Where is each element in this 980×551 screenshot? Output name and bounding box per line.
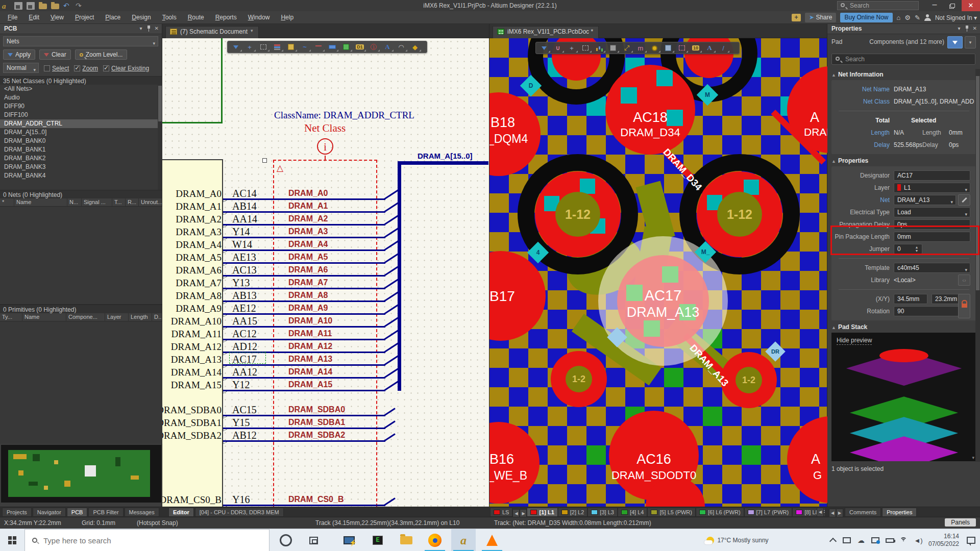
select-checkbox[interactable]: Select	[44, 64, 69, 72]
menu-route[interactable]: Route	[183, 13, 209, 21]
net-class-item[interactable]: Audio	[0, 93, 162, 102]
propagation-delay-input[interactable]: 0ps	[894, 219, 970, 230]
layer-tab-l4[interactable]: [4] L4	[618, 508, 648, 517]
editor-doc-label[interactable]: [04] - CPU - DDR3, DDR3 MEM	[195, 508, 284, 517]
tray-tablet-icon[interactable]	[840, 529, 853, 551]
classname-text[interactable]: ClassName: DRAM_ADDR_CTRL	[274, 110, 414, 121]
scope-dropdown-button[interactable]: ▾	[965, 36, 976, 48]
sign-in-status[interactable]: Not Signed In ▾	[935, 14, 977, 21]
route-icon[interactable]: ⤢	[620, 43, 633, 53]
scope-filter-button[interactable]	[947, 36, 963, 48]
tray-onedrive-icon[interactable]: ☁	[854, 529, 868, 551]
filter-icon[interactable]	[229, 42, 242, 52]
menu-view[interactable]: View	[46, 13, 68, 21]
pin-row[interactable]: DRAM_A3▷Y14DRAM_A3	[162, 226, 489, 238]
schematic-canvas[interactable]: + ~ D1 1 A ◠ ◆ ClassName: DRAM_ADDR_CTRL…	[162, 38, 489, 507]
rotation-input[interactable]: 90	[894, 306, 965, 316]
properties-scrollbar[interactable]	[975, 69, 980, 462]
tray-battery-icon[interactable]	[883, 529, 896, 551]
pcb-document-tab[interactable]: iMX6 Rex_V1I1_PCB.PcbDoc *	[493, 26, 599, 38]
net-class-item-selected[interactable]: DRAM_ADDR_CTRL	[0, 119, 162, 128]
panel-tab-messages[interactable]: Messages	[125, 508, 159, 517]
pin-row[interactable]: DRAM_A15▷Y12DRAM_A15	[162, 379, 489, 391]
text-string-icon[interactable]: A	[703, 43, 716, 53]
no-erc-icon[interactable]: 1	[367, 42, 380, 52]
layer-tab-ls[interactable]: LS	[490, 508, 512, 517]
net-class-item[interactable]: DRAM_BANK0	[0, 137, 162, 145]
board-preview[interactable]	[1, 445, 161, 503]
bus-horizontal[interactable]	[398, 161, 488, 165]
tune-length-icon[interactable]: m	[634, 43, 647, 53]
layer-tab-l2[interactable]: [2] L2	[558, 508, 588, 517]
layer-tab-l1[interactable]: [1] L1	[527, 508, 557, 517]
pin-row[interactable]: DRAM_A4▷W14DRAM_A4	[162, 238, 489, 251]
pad[interactable]	[787, 416, 827, 503]
text-string-icon[interactable]: A	[381, 42, 394, 52]
global-search-input[interactable]: Search	[837, 1, 919, 10]
start-button[interactable]	[0, 529, 24, 551]
line-icon[interactable]: /	[717, 43, 730, 53]
menu-help[interactable]: Help	[276, 13, 298, 21]
menu-project[interactable]: Project	[70, 13, 99, 21]
cortana-button[interactable]	[274, 529, 298, 551]
net-class-item[interactable]: DRAM_A[15..0]	[0, 128, 162, 137]
schematic-document-tab[interactable]: (7) Schematic Document▾	[165, 26, 259, 38]
via-dr[interactable]: DR	[765, 341, 786, 362]
menu-tools[interactable]: Tools	[158, 13, 181, 21]
share-button[interactable]: ➤ Share	[805, 13, 836, 22]
home-icon[interactable]: ⌂	[897, 14, 901, 21]
pin-row[interactable]: DRAM_A2▷AA14DRAM_A2	[162, 213, 489, 225]
via-m2[interactable]: M_	[695, 241, 716, 263]
tray-wifi-icon[interactable]	[897, 529, 911, 551]
selection-rect-icon[interactable]	[579, 43, 592, 53]
pin-row[interactable]: DRAM_A9▷AE12DRAM_A9	[162, 302, 489, 314]
dimension-icon[interactable]: 10	[689, 43, 702, 53]
restore-button[interactable]	[944, 0, 962, 11]
via-m[interactable]: M	[697, 84, 718, 106]
panel-dropdown-icon[interactable]: ▾	[140, 26, 142, 32]
sheet-symbol-icon[interactable]	[339, 42, 353, 52]
align-icon[interactable]	[271, 42, 284, 52]
crosshair-icon[interactable]: +	[565, 43, 578, 53]
pin-row[interactable]: DRAM_A6▷AC13DRAM_A6	[162, 264, 489, 276]
panel-close-icon[interactable]: ✕	[155, 26, 159, 32]
clear-button[interactable]: Clear	[39, 49, 71, 60]
taskbar-app-device[interactable]	[337, 529, 361, 551]
pcb-canvas[interactable]: AC18 DRAM_D34 A DRAM B18 _DQM4 1-12	[489, 38, 827, 507]
pin-row[interactable]: DRAM_A0▷AC14DRAM_A0	[162, 187, 489, 199]
nets-table-columns[interactable]: *NameN...Signal ...T...R...Unrout...	[0, 198, 162, 207]
net-information-section[interactable]: ▲Net Information	[827, 69, 980, 79]
pin-row-highlighted[interactable]: DRAM_A13▷AC17DRAM_A13	[162, 353, 489, 365]
pin-row[interactable]: DRAM_A14▷AA12DRAM_A14	[162, 366, 489, 378]
net-select[interactable]: DRAM_A13▾	[894, 195, 956, 205]
directive-tag-icon[interactable]: D1	[353, 42, 366, 52]
taskbar-app-vlc[interactable]	[480, 529, 504, 551]
library-link-button[interactable]: ‹›	[958, 274, 970, 286]
pin-row[interactable]: DRAM_SDBA0▷AC15DRAM_SDBA0	[162, 404, 489, 416]
jumper-stepper[interactable]: 0▲▼	[894, 244, 922, 254]
layer-tab-l3[interactable]: [3] L3	[587, 508, 618, 517]
net-classes-scrollbar[interactable]	[158, 85, 162, 190]
bus-net-label[interactable]: DRAM_A[15..0]	[418, 152, 473, 160]
menu-edit[interactable]: Edit	[24, 13, 44, 21]
panel-pin-icon[interactable]	[146, 26, 151, 32]
menu-window[interactable]: Window	[243, 13, 275, 21]
tray-display-icon[interactable]	[869, 529, 882, 551]
taskbar-search-input[interactable]	[43, 536, 237, 545]
taskbar-search[interactable]	[24, 529, 270, 551]
zoom-checkbox[interactable]: Zoom	[74, 64, 98, 72]
resize-grip-icon[interactable]: ▾	[972, 455, 974, 460]
x-position-input[interactable]: 34.5mm	[894, 294, 927, 304]
editor-tab[interactable]: Editor	[168, 508, 194, 517]
pin-row[interactable]: DRAM_A5▷AE13DRAM_A5	[162, 251, 489, 263]
panel-close-icon[interactable]: ✕	[973, 26, 977, 32]
pin-row[interactable]: DRAM_A1▷AB14DRAM_A1	[162, 200, 489, 212]
component-icon[interactable]	[606, 43, 620, 53]
layer-tab-l6[interactable]: [6] L6 (PWR)	[696, 508, 744, 517]
wire[interactable]	[223, 440, 385, 442]
close-button[interactable]: ✕	[962, 0, 980, 11]
net-class-item[interactable]: DRAM_BANK2	[0, 154, 162, 163]
zoom-level-button[interactable]: Zoom Level...	[75, 49, 128, 60]
panel-tab-pcb[interactable]: PCB	[67, 508, 88, 517]
room-icon[interactable]	[675, 43, 689, 53]
